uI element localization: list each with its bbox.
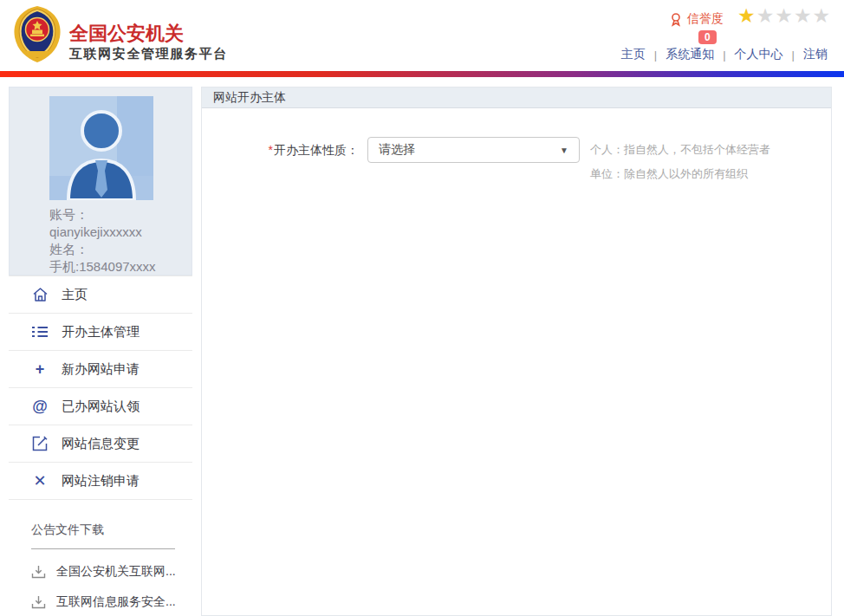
subject-nature-label: *开办主体性质：	[202, 137, 359, 163]
sidebar-item-label: 主页	[62, 287, 88, 303]
account-value: qianyikejixxxxxx	[49, 224, 192, 241]
nav-personal-center-link[interactable]: 个人中心	[726, 47, 792, 62]
phone-value: 手机:1584097xxxx	[49, 258, 192, 276]
help-organization: 单位：除自然人以外的所有组织	[590, 163, 770, 185]
subject-nature-help: 个人：指自然人，不包括个体经营者 单位：除自然人以外的所有组织	[590, 137, 770, 185]
user-info-text: 账号： qianyikejixxxxxx 姓名： 手机:1584097xxxx	[49, 206, 192, 276]
required-asterisk: *	[269, 143, 273, 157]
star-icon: ★	[737, 4, 756, 27]
download-link-label: 互联网信息服务安全...	[56, 594, 176, 610]
star-icon: ★	[813, 4, 832, 27]
star-icon: ★	[794, 4, 813, 27]
sidebar-item-subject-management[interactable]: 开办主体管理	[9, 314, 192, 351]
edit-icon	[31, 436, 49, 451]
police-badge-logo	[9, 3, 66, 65]
at-icon: @	[31, 399, 49, 414]
announcement-title: 公告文件下载	[31, 522, 175, 549]
download-icon	[31, 595, 46, 609]
sidebar-item-label: 网站信息变更	[62, 436, 140, 452]
medal-icon	[669, 12, 683, 27]
sidebar-menu: 主页 开办主体管理 + 新办网站申请 @ 已办网站认领	[9, 276, 192, 500]
nav-system-notice-link[interactable]: 系统通知	[657, 47, 723, 62]
brand-gradient-bar	[0, 71, 844, 77]
plus-icon: +	[31, 361, 49, 377]
nav-home-link[interactable]: 主页	[613, 47, 654, 62]
list-icon	[31, 326, 49, 338]
announcement-downloads: 公告文件下载 全国公安机关互联网... 互联网信息服务安全...	[9, 522, 192, 610]
notification-badge: 0	[698, 30, 717, 44]
user-info-panel: 账号： qianyikejixxxxxx 姓名： 手机:1584097xxxx	[9, 87, 192, 276]
sidebar-item-claim-existing-website[interactable]: @ 已办网站认领	[9, 388, 192, 425]
sidebar-item-home[interactable]: 主页	[9, 276, 192, 314]
content-area: 账号： qianyikejixxxxxx 姓名： 手机:1584097xxxx …	[0, 77, 844, 616]
credit-label: 信誉度	[687, 11, 724, 27]
help-individual: 个人：指自然人，不包括个体经营者	[590, 137, 770, 163]
sidebar: 账号： qianyikejixxxxxx 姓名： 手机:1584097xxxx …	[9, 87, 192, 616]
close-icon: ✕	[31, 473, 49, 489]
subject-nature-select[interactable]: 请选择 ▼	[367, 137, 580, 163]
subject-nature-form-row: *开办主体性质： 请选择 ▼ 个人：指自然人，不包括个体经营者 单位：除自然人以…	[202, 137, 831, 185]
download-link[interactable]: 全国公安机关互联网...	[31, 564, 192, 580]
top-nav: 主页 | 系统通知 | 个人中心 | 注销	[613, 47, 836, 62]
sidebar-item-website-cancellation[interactable]: ✕ 网站注销申请	[9, 463, 192, 500]
user-avatar	[49, 96, 153, 200]
chevron-down-icon: ▼	[560, 146, 568, 155]
home-icon	[31, 287, 49, 302]
account-label: 账号：	[49, 206, 192, 224]
download-link[interactable]: 互联网信息服务安全...	[31, 594, 192, 610]
main-panel: 网站开办主体 *开办主体性质： 请选择 ▼ 个人：指自然人，不包括个体经营者 单…	[201, 87, 832, 616]
sidebar-item-new-website-application[interactable]: + 新办网站申请	[9, 351, 192, 388]
panel-title: 网站开办主体	[202, 88, 831, 108]
credit-rating-label: 信誉度	[669, 11, 724, 27]
name-label: 姓名：	[49, 241, 192, 258]
site-title-block: 全国公安机关 互联网安全管理服务平台	[69, 23, 228, 62]
sidebar-item-label: 网站注销申请	[62, 473, 140, 490]
credit-star-rating: ★★★★★	[737, 5, 831, 26]
nav-logout-link[interactable]: 注销	[795, 47, 836, 62]
sidebar-item-label: 已办网站认领	[62, 399, 140, 415]
site-subtitle: 互联网安全管理服务平台	[69, 45, 228, 62]
star-icon: ★	[756, 4, 776, 27]
download-icon	[31, 565, 46, 579]
site-title: 全国公安机关	[69, 23, 228, 44]
sidebar-item-label: 开办主体管理	[62, 324, 140, 340]
page-header: 全国公安机关 互联网安全管理服务平台 信誉度 ★★★★★ 0 主页 | 系统通知…	[0, 0, 844, 71]
sidebar-item-label: 新办网站申请	[62, 361, 140, 378]
star-icon: ★	[775, 4, 794, 27]
download-link-label: 全国公安机关互联网...	[56, 564, 176, 580]
sidebar-item-website-info-change[interactable]: 网站信息变更	[9, 425, 192, 463]
select-value: 请选择	[379, 142, 415, 158]
